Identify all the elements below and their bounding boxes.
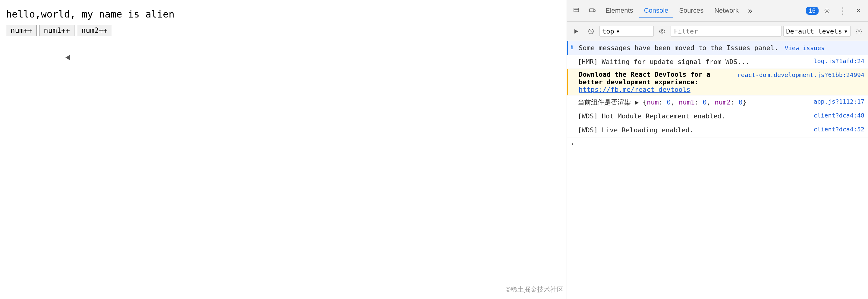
hmr-message-text: [HMR] Waiting for update signal from WDS… [578,58,749,65]
devtools-toolbar: Elements Console Sources Network » 16 ⋮ … [567,0,868,22]
tab-console[interactable]: Console [639,4,673,18]
svg-rect-4 [594,10,595,11]
level-dropdown-icon: ▾ [844,27,848,35]
svg-point-11 [858,30,860,32]
react-devtools-inner: react-dom.development.js?61bb:24994 Down… [579,71,864,93]
view-issues-link[interactable]: View issues [785,45,825,52]
info-icon: ℹ [571,44,573,51]
error-badge: 16 [806,7,818,15]
app-area: hello,world, my name is alien num++ num1… [0,0,567,299]
num-button-2[interactable]: num2++ [77,25,112,36]
hmr-message-content: [HMR] Waiting for update signal from WDS… [578,57,810,67]
console-row-wds-hmr: [WDS] Hot Module Replacement enabled. cl… [567,109,868,123]
react-dom-source-link[interactable]: react-dom.development.js?61bb:24994 [738,71,864,79]
wds-hmr-source-link[interactable]: client?dca4:48 [813,111,864,119]
context-value: top [602,27,614,35]
issues-message-text: Some messages have been moved to the Iss… [579,44,778,52]
react-devtools-link[interactable]: https://fb.me/react-devtools [579,86,690,93]
console-prompt-row: › [567,137,868,150]
svg-rect-3 [590,9,594,12]
filter-input[interactable] [671,26,781,36]
wds-live-text: [WDS] Live Reloading enabled. [578,126,693,134]
object-text: {num: 0, num1: 0, num2: 0} [643,99,747,106]
context-selector[interactable]: top ▾ [599,26,654,36]
svg-line-8 [589,30,593,33]
app-buttons: num++ num1++ num2++ [0,25,567,36]
cursor-indicator [65,55,73,62]
console-messages: ℹ Some messages have been moved to the I… [567,41,868,299]
console-row-chinese: 当前组件是否渲染 ▶ {num: 0, num1: 0, num2: 0} ap… [567,96,868,109]
svg-point-9 [659,30,665,33]
wds-live-content: [WDS] Live Reloading enabled. [578,125,810,135]
tab-elements[interactable]: Elements [601,4,638,18]
svg-point-5 [826,10,828,12]
more-options-button[interactable]: ⋮ [835,4,850,18]
num-button-0[interactable]: num++ [6,25,37,36]
context-dropdown-icon: ▾ [616,27,620,35]
wds-hmr-content: [WDS] Hot Module Replacement enabled. [578,111,810,121]
react-devtools-text: react-dom.development.js?61bb:24994 Down… [579,71,864,93]
console-row-hmr: [HMR] Waiting for update signal from WDS… [567,55,868,69]
console-toolbar: top ▾ Default levels ▾ [567,22,868,41]
prompt-chevron: › [570,140,575,147]
issues-message-content: Some messages have been moved to the Iss… [579,43,864,53]
device-toolbar-button[interactable] [585,4,599,18]
eye-button[interactable] [655,25,669,38]
console-row-react-devtools: react-dom.development.js?61bb:24994 Down… [567,69,868,96]
toolbar-right: 16 ⋮ ✕ [806,4,866,18]
console-input[interactable] [578,140,864,147]
wds-hmr-text: [WDS] Hot Module Replacement enabled. [578,112,725,120]
console-row-issues: ℹ Some messages have been moved to the I… [567,41,868,55]
watermark: ©稀土掘金技术社区 [506,285,564,294]
settings-button[interactable] [820,4,834,18]
more-tabs-button[interactable]: » [745,5,755,16]
react-devtools-content: react-dom.development.js?61bb:24994 Down… [579,71,864,93]
level-selector[interactable]: Default levels ▾ [783,26,850,36]
chinese-text: 当前组件是否渲染 [578,99,635,106]
react-devtools-main-text: Download the React DevTools for a better… [579,71,710,86]
chinese-message-content: 当前组件是否渲染 ▶ {num: 0, num1: 0, num2: 0} [578,97,810,107]
level-value: Default levels [786,27,842,35]
console-settings-button[interactable] [852,25,866,38]
wds-live-source-link[interactable]: client?dca4:52 [813,125,864,133]
console-row-wds-live: [WDS] Live Reloading enabled. client?dca… [567,123,868,137]
hmr-source-link[interactable]: log.js?1afd:24 [813,57,864,65]
inspect-element-button[interactable] [569,4,584,18]
svg-marker-6 [575,29,578,33]
console-clear-button[interactable] [584,25,598,38]
tab-sources[interactable]: Sources [674,4,708,18]
expand-icon[interactable]: ▶ [635,99,643,106]
svg-rect-0 [574,8,579,12]
app-source-link[interactable]: app.js?1112:17 [813,97,864,105]
num-button-1[interactable]: num1++ [39,25,74,36]
console-play-button[interactable] [569,25,583,38]
svg-point-10 [661,30,663,32]
close-devtools-button[interactable]: ✕ [851,4,866,18]
devtools-panel: Elements Console Sources Network » 16 ⋮ … [567,0,868,299]
app-title: hello,world, my name is alien [0,0,567,25]
tab-network[interactable]: Network [710,4,744,18]
